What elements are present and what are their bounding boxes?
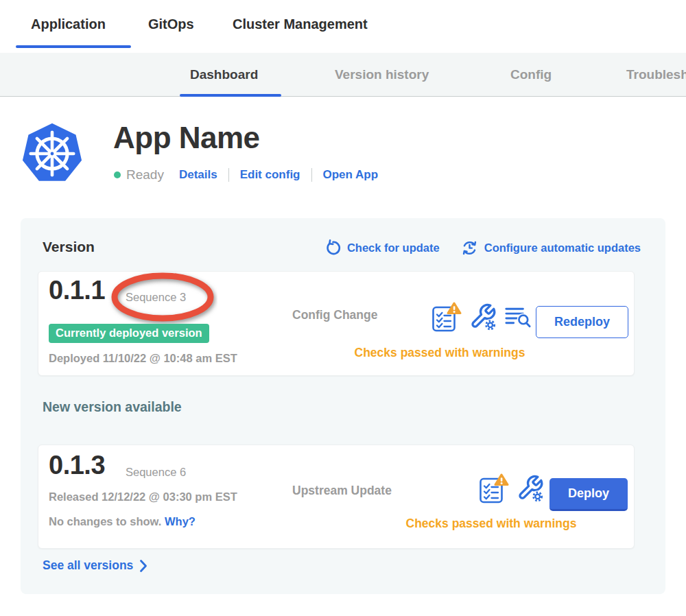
preflight-checklist-icon[interactable] bbox=[431, 301, 462, 333]
current-checks-status[interactable]: Checks passed with warnings bbox=[327, 346, 553, 360]
version-section-title: Version bbox=[43, 239, 95, 255]
see-all-versions-label: See all versions bbox=[43, 558, 133, 573]
version-section: Version Check for update Configure autom… bbox=[21, 218, 665, 594]
configure-auto-updates-link[interactable]: Configure automatic updates bbox=[460, 239, 641, 257]
current-source-label: Config Change bbox=[292, 308, 377, 322]
kubernetes-logo-icon bbox=[21, 121, 84, 187]
version-actions: Check for update Configure automatic upd… bbox=[324, 239, 641, 257]
tab-config[interactable]: Config bbox=[510, 67, 552, 82]
edit-config-link[interactable]: Edit config bbox=[240, 168, 300, 182]
chevron-right-icon bbox=[139, 559, 147, 573]
released-timestamp: Released 12/12/22 @ 03:30 pm EST bbox=[49, 490, 237, 504]
current-version-card: 0.1.1 Sequence 3 Currently deployed vers… bbox=[38, 271, 635, 376]
refresh-icon bbox=[324, 239, 342, 257]
tab-version-history[interactable]: Version history bbox=[335, 67, 429, 82]
tab-gitops[interactable]: GitOps bbox=[148, 16, 194, 32]
deployed-timestamp: Deployed 11/10/22 @ 10:48 am EST bbox=[49, 352, 237, 365]
changes-note: No changes to show. Why? bbox=[49, 515, 196, 528]
available-version-number: 0.1.3 bbox=[49, 451, 105, 480]
available-version-sequence: Sequence 6 bbox=[126, 466, 186, 479]
status-dot-icon bbox=[114, 171, 121, 178]
open-app-link[interactable]: Open App bbox=[323, 168, 379, 182]
tab-troubleshoot[interactable]: Troubleshoot bbox=[626, 67, 686, 82]
app-title: App Name bbox=[113, 121, 260, 155]
tab-dashboard[interactable]: Dashboard bbox=[190, 67, 258, 82]
check-for-update-label: Check for update bbox=[347, 241, 440, 254]
redeploy-button[interactable]: Redeploy bbox=[536, 306, 628, 338]
admin-console-screen: Application GitOps Cluster Management Da… bbox=[0, 0, 686, 616]
check-for-update-link[interactable]: Check for update bbox=[324, 239, 440, 257]
status-label: Ready bbox=[126, 167, 164, 182]
top-nav: Application GitOps Cluster Management bbox=[0, 0, 686, 53]
tab-application[interactable]: Application bbox=[31, 16, 106, 32]
app-status-row: Ready Details Edit config Open App bbox=[114, 167, 378, 182]
release-notes-icon[interactable] bbox=[504, 303, 532, 331]
details-link[interactable]: Details bbox=[179, 168, 217, 182]
sub-nav: Dashboard Version history Config Trouble… bbox=[0, 53, 686, 97]
available-source-label: Upstream Update bbox=[292, 484, 392, 498]
see-all-versions-link[interactable]: See all versions bbox=[43, 558, 147, 573]
current-version-number: 0.1.1 bbox=[49, 276, 105, 305]
active-tab-underline bbox=[16, 45, 131, 48]
tab-cluster-management[interactable]: Cluster Management bbox=[233, 16, 368, 32]
divider bbox=[228, 168, 229, 182]
currently-deployed-badge: Currently deployed version bbox=[49, 324, 209, 343]
config-wrench-icon[interactable] bbox=[517, 474, 544, 503]
current-version-sequence: Sequence 3 bbox=[126, 291, 186, 304]
divider bbox=[311, 168, 312, 182]
available-version-icons bbox=[479, 473, 544, 504]
new-version-heading: New version available bbox=[43, 399, 182, 415]
why-link[interactable]: Why? bbox=[165, 515, 196, 528]
no-changes-text: No changes to show. bbox=[49, 515, 161, 528]
available-version-card: 0.1.3 Sequence 6 Released 12/12/22 @ 03:… bbox=[38, 445, 635, 549]
active-subtab-underline bbox=[180, 94, 281, 97]
deploy-button[interactable]: Deploy bbox=[549, 478, 628, 511]
config-wrench-icon[interactable] bbox=[469, 303, 497, 331]
current-version-icons bbox=[431, 301, 532, 333]
available-checks-status[interactable]: Checks passed with warnings bbox=[388, 517, 594, 531]
configure-auto-updates-label: Configure automatic updates bbox=[484, 241, 641, 254]
auto-update-icon bbox=[460, 239, 479, 257]
preflight-checklist-icon[interactable] bbox=[479, 473, 509, 504]
